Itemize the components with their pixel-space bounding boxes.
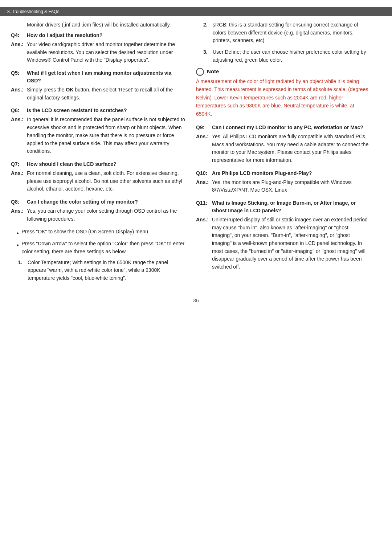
q9-ans-label: Ans.: [196, 133, 210, 164]
numbered-item-2: 2. sRGB; this is a standard setting for … [203, 21, 370, 45]
q9-question: Q9: Can I connect my LCD monitor to any … [196, 124, 370, 131]
q10-text: Are Philips LCD monitors Plug-and-Play? [212, 169, 312, 177]
q5-answer: Ans.: Simply press the OK button, then s… [11, 86, 185, 102]
q11-label: Q11: [196, 199, 210, 214]
q11-block: Q11: What is Image Sticking, or Image Bu… [196, 199, 370, 271]
bullet-dot-1: • [17, 229, 19, 238]
q4-label: Q4: [11, 32, 25, 39]
bullet-list: • Press "OK" to show the OSD (On Screen … [11, 228, 185, 255]
q4-text: How do I adjust the resolution? [27, 32, 102, 39]
q4-ans-text: Your video card/graphic driver and monit… [27, 41, 185, 64]
num-3-label: 3. [203, 48, 210, 56]
q5-text: What if I get lost when I am making moni… [27, 69, 185, 85]
q10-label: Q10: [196, 169, 210, 177]
q8-answer: Ans.: Yes, you can change your color set… [11, 207, 185, 223]
q6-ans-label: Ans.: [11, 116, 25, 155]
q9-answer: Ans.: Yes. All Philips LCD monitors are … [196, 133, 370, 164]
q10-question: Q10: Are Philips LCD monitors Plug-and-P… [196, 169, 370, 177]
numbered-item-1: 1. Color Temperature; With settings in t… [18, 259, 185, 282]
content-area: Monitor drivers (.inf and .icm files) wi… [0, 21, 392, 286]
q8-ans-label: Ans.: [11, 207, 25, 223]
bullet-item-1: • Press "OK" to show the OSD (On Screen … [17, 228, 185, 238]
num-1-label: 1. [18, 259, 25, 266]
q8-label: Q8: [11, 198, 25, 206]
q8-block: Q8: Can I change the color setting of my… [11, 198, 185, 223]
note-text: A measurement of the color of light radi… [196, 77, 370, 118]
q11-ans-text: Uninterrupted display of still or static… [212, 216, 370, 271]
q4-question: Q4: How do I adjust the resolution? [11, 32, 185, 39]
q11-ans-label: Ans.: [196, 216, 210, 271]
q7-ans-text: For normal cleaning, use a clean, soft c… [27, 169, 185, 193]
q8-text: Can I change the color setting of my mon… [27, 198, 138, 206]
q5-question: Q5: What if I get lost when I am making … [11, 69, 185, 85]
q11-text: What is Image Sticking, or Image Burn-in… [212, 199, 370, 214]
q9-block: Q9: Can I connect my LCD monitor to any … [196, 124, 370, 164]
section-header-text: 8. Troubleshooting & FAQs [7, 9, 59, 14]
q6-text: Is the LCD screen resistant to scratches… [27, 107, 127, 114]
q7-ans-label: Ans.: [11, 169, 25, 193]
num-2-label: 2. [203, 21, 210, 29]
note-label: Note [207, 68, 219, 76]
note-box: ⎯ Note A measurement of the color of lig… [196, 68, 370, 118]
q5-ans-text: Simply press the OK button, then select … [27, 86, 185, 102]
q4-ans-label: Ans.: [11, 41, 25, 64]
numbered-item-3: 3. User Define; the user can choose his/… [203, 48, 370, 64]
bullet-text-2: Press "Down Arrow" to select the option … [22, 240, 185, 255]
q6-label: Q6: [11, 107, 25, 114]
num-1-text: Color Temperature; With settings in the … [28, 259, 185, 282]
bullet-item-2: • Press "Down Arrow" to select the optio… [17, 240, 185, 255]
note-header: ⎯ Note [196, 68, 370, 76]
q8-question: Q8: Can I change the color setting of my… [11, 198, 185, 206]
bullet-dot-2: • [17, 241, 19, 250]
q5-ans-label: Ans.: [11, 86, 25, 102]
intro-block: Monitor drivers (.inf and .icm files) wi… [11, 21, 185, 29]
q6-answer: Ans.: In general it is recommended that … [11, 116, 185, 155]
q9-ans-text: Yes. All Philips LCD monitors are fully … [212, 133, 370, 164]
q6-question: Q6: Is the LCD screen resistant to scrat… [11, 107, 185, 114]
q9-text: Can I connect my LCD monitor to any PC, … [212, 124, 363, 131]
q5-block: Q5: What if I get lost when I am making … [11, 69, 185, 102]
left-column: Monitor drivers (.inf and .icm files) wi… [11, 21, 185, 286]
bullet-text-1: Press "OK" to show the OSD (On Screen Di… [22, 228, 148, 236]
q7-label: Q7: [11, 160, 25, 168]
section-header: 8. Troubleshooting & FAQs [0, 7, 392, 16]
page: 8. Troubleshooting & FAQs Monitor driver… [0, 0, 392, 319]
q9-label: Q9: [196, 124, 210, 131]
right-column: 2. sRGB; this is a standard setting for … [196, 21, 370, 286]
intro-text: Monitor drivers (.inf and .icm files) wi… [27, 22, 171, 28]
q11-question: Q11: What is Image Sticking, or Image Bu… [196, 199, 370, 214]
q5-ok-bold: OK [66, 87, 73, 93]
note-icon: ⎯ [196, 68, 204, 76]
num-3-text: User Define; the user can choose his/her… [213, 48, 370, 64]
q4-answer: Ans.: Your video card/graphic driver and… [11, 41, 185, 64]
numbered-list-right: 2. sRGB; this is a standard setting for … [196, 21, 370, 64]
q7-question: Q7: How should I clean the LCD surface? [11, 160, 185, 168]
q10-block: Q10: Are Philips LCD monitors Plug-and-P… [196, 169, 370, 194]
q7-block: Q7: How should I clean the LCD surface? … [11, 160, 185, 193]
q7-answer: Ans.: For normal cleaning, use a clean, … [11, 169, 185, 193]
q6-ans-text: In general it is recommended that the pa… [27, 116, 185, 155]
q10-ans-text: Yes, the monitors are Plug-and-Play comp… [212, 179, 370, 194]
q8-ans-text: Yes, you can change your color setting t… [27, 207, 185, 223]
q11-answer: Ans.: Uninterrupted display of still or … [196, 216, 370, 271]
q5-label: Q5: [11, 69, 25, 85]
num-2-text: sRGB; this is a standard setting for ens… [213, 21, 370, 45]
numbered-list-left: 1. Color Temperature; With settings in t… [11, 259, 185, 282]
q7-text: How should I clean the LCD surface? [27, 160, 117, 168]
q4-block: Q4: How do I adjust the resolution? Ans.… [11, 32, 185, 64]
page-number: 36 [0, 297, 392, 304]
q6-block: Q6: Is the LCD screen resistant to scrat… [11, 107, 185, 155]
q10-answer: Ans.: Yes, the monitors are Plug-and-Pla… [196, 179, 370, 194]
q10-ans-label: Ans.: [196, 179, 210, 194]
